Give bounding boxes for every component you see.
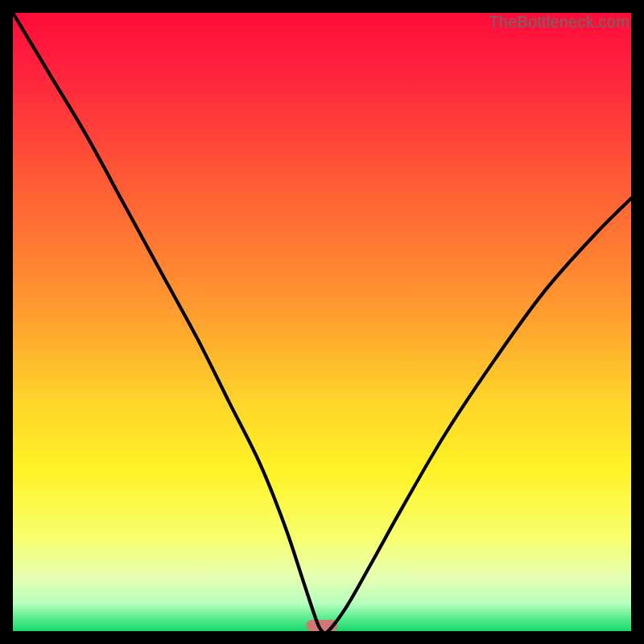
watermark-text: TheBottleneck.com: [489, 13, 630, 31]
bottleneck-chart: [13, 13, 631, 631]
gradient-background: [13, 13, 631, 631]
chart-frame: TheBottleneck.com: [13, 13, 631, 631]
